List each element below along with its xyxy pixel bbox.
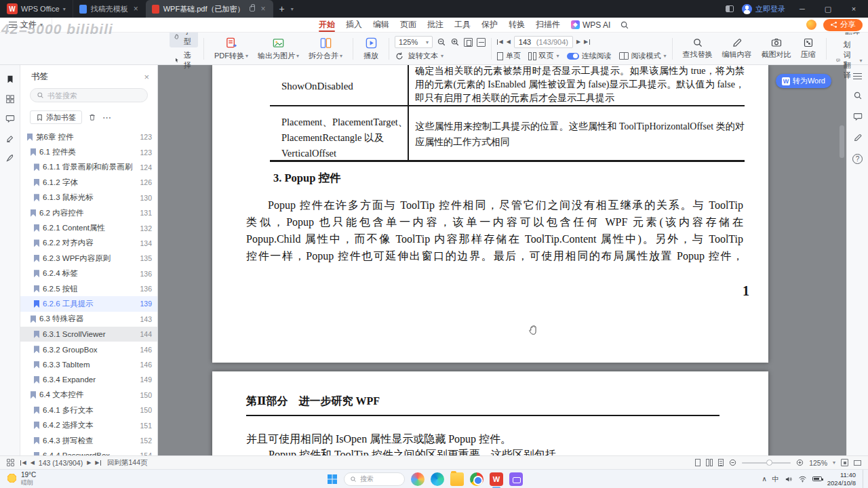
- bookmark-item-selected[interactable]: 6.2.6 工具提示139: [20, 296, 157, 311]
- minimize-button[interactable]: ─: [793, 5, 811, 13]
- comment-tool-icon[interactable]: [853, 112, 863, 121]
- continuous-toggle[interactable]: 连续阅读: [567, 51, 612, 61]
- close-panel-icon[interactable]: ×: [144, 72, 149, 82]
- show-desktop-button[interactable]: [863, 470, 864, 488]
- maximize-button[interactable]: ▢: [819, 5, 837, 14]
- bookmark-item[interactable]: 6.4.2 选择文本151: [20, 418, 157, 432]
- rotate-button[interactable]: [395, 52, 404, 61]
- bookmark-search-input[interactable]: [47, 92, 141, 100]
- comment-panel-icon[interactable]: [5, 114, 15, 123]
- more-options-icon[interactable]: ⋯: [102, 113, 112, 123]
- last-page-button[interactable]: ▶: [95, 460, 101, 466]
- annotate-tool-icon[interactable]: [853, 133, 863, 142]
- ribbon-tab-protect[interactable]: 保护: [476, 18, 503, 32]
- tab-active-doc[interactable]: WPF基础.pdf（已加密） ×: [146, 0, 273, 18]
- screenshot-compare-button[interactable]: 截图对比: [757, 37, 796, 60]
- fit-page-button[interactable]: [464, 38, 473, 47]
- single-page-view-icon[interactable]: [695, 459, 701, 466]
- fullscreen-icon[interactable]: [841, 459, 848, 466]
- zoom-in-button[interactable]: [450, 37, 460, 47]
- edit-content-button[interactable]: 编辑内容: [717, 37, 757, 60]
- search-icon[interactable]: [620, 20, 629, 30]
- clock-widget[interactable]: 11:40 2024/10/8: [827, 471, 856, 487]
- wps-ai-button[interactable]: WPS AI: [571, 20, 610, 30]
- file-explorer-icon[interactable]: [450, 472, 464, 486]
- help-icon[interactable]: ?: [852, 154, 863, 164]
- bookmark-item[interactable]: 6.2.5 按钮136: [20, 281, 157, 296]
- prev-page-button[interactable]: ◀: [507, 39, 511, 45]
- close-button[interactable]: ×: [845, 5, 863, 13]
- page-jump-box[interactable]: (143/904): [514, 36, 573, 48]
- fit-window-icon[interactable]: [854, 460, 861, 466]
- back-to-page-link[interactable]: 回到第144页: [107, 458, 148, 468]
- bookmark-item[interactable]: 6.1.1 背景画刷和前景画刷124: [20, 160, 157, 175]
- bookmark-item[interactable]: 6.3.4 Expander149: [20, 372, 157, 387]
- zoom-in-button[interactable]: [796, 459, 804, 466]
- first-page-button[interactable]: ◀: [20, 460, 26, 466]
- ribbon-tab-edit[interactable]: 编辑: [368, 18, 395, 32]
- highlighter-icon[interactable]: [5, 134, 15, 143]
- bookmark-item[interactable]: 6.3.2 GroupBox146: [20, 342, 157, 357]
- new-tab-button[interactable]: +: [273, 3, 291, 14]
- more-apps-icon[interactable]: [867, 44, 868, 53]
- wps-app-icon[interactable]: W: [490, 472, 503, 486]
- translate-word-button[interactable]: a 划词翻译 ▾: [832, 39, 867, 81]
- ime-indicator[interactable]: 中: [772, 474, 779, 484]
- pdf-convert-button[interactable]: PDF转换▾: [210, 37, 253, 61]
- zoom-select[interactable]: 125% ▾: [395, 36, 433, 48]
- delete-bookmark-icon[interactable]: [88, 113, 96, 121]
- layout-icon[interactable]: [726, 5, 734, 12]
- view-grid-icon[interactable]: [7, 459, 14, 466]
- wifi-icon[interactable]: [798, 474, 807, 483]
- thumbnail-panel-icon[interactable]: [5, 94, 15, 104]
- pdf-viewport[interactable]: W 转为Word ShowOnDisabled 确定当相关联的元素被禁用时是否显…: [158, 65, 846, 455]
- zoom-out-button[interactable]: [729, 459, 736, 466]
- convert-to-word-button[interactable]: W 转为Word: [776, 74, 831, 88]
- search-doc-icon[interactable]: [853, 91, 863, 100]
- bookmark-search-box[interactable]: [30, 88, 148, 102]
- game-app-icon[interactable]: [411, 472, 425, 486]
- add-bookmark-button[interactable]: 添加书签: [30, 110, 82, 124]
- double-page-button[interactable]: 双页 ▾: [528, 51, 559, 61]
- bookmark-item[interactable]: 6.1 控件类123: [20, 144, 157, 159]
- double-page-view-icon[interactable]: [706, 459, 713, 466]
- continuous-view-icon[interactable]: [718, 459, 724, 466]
- ribbon-tab-insert[interactable]: 插入: [340, 18, 368, 32]
- weather-widget[interactable]: 19°C 晴朗: [7, 471, 36, 486]
- bookmark-item[interactable]: 6.2.4 标签136: [20, 266, 157, 281]
- bookmark-item[interactable]: 6.1.2 字体126: [20, 175, 157, 190]
- close-tab-icon[interactable]: ×: [259, 4, 267, 14]
- bookmark-panel-icon[interactable]: [5, 75, 15, 84]
- edge-app-icon[interactable]: [431, 472, 444, 486]
- bookmark-item[interactable]: 6.3.3 TabItem146: [20, 357, 157, 372]
- first-page-button[interactable]: ◀: [497, 39, 503, 45]
- last-page-button[interactable]: ▶: [584, 39, 590, 45]
- play-button[interactable]: 播放: [359, 37, 383, 61]
- compress-button[interactable]: 压缩: [796, 37, 821, 60]
- share-button[interactable]: 分享: [823, 19, 863, 31]
- zoom-out-button[interactable]: [437, 37, 446, 47]
- bookmark-item[interactable]: 6.2.3 WPF内容原则135: [20, 251, 157, 266]
- bookmark-item[interactable]: 6.2.2 对齐内容134: [20, 236, 157, 251]
- bookmark-item[interactable]: 6.4.3 拼写检查152: [20, 433, 157, 448]
- read-mode-button[interactable]: 阅读模式 ▾: [619, 51, 667, 61]
- fit-width-button[interactable]: [477, 38, 486, 47]
- ribbon-tab-page[interactable]: 页面: [395, 18, 422, 32]
- bookmark-item[interactable]: 6.4 文本控件150: [20, 388, 157, 403]
- bookmark-item-current[interactable]: 6.3.1 ScrollViewer144: [20, 327, 157, 342]
- bookmark-item[interactable]: 6.2 内容控件131: [20, 205, 157, 220]
- next-page-button[interactable]: ▶: [87, 460, 91, 466]
- page-number-input[interactable]: [519, 38, 534, 46]
- tab-list-icon[interactable]: ▾: [291, 6, 294, 12]
- wps-home-button[interactable]: W WPS Office ▾: [0, 0, 73, 18]
- find-replace-button[interactable]: 查找替换: [678, 37, 717, 60]
- export-image-button[interactable]: 输出为图片▾: [253, 37, 304, 61]
- taskbar-search[interactable]: [344, 472, 405, 486]
- next-page-button[interactable]: ▶: [576, 39, 580, 45]
- ribbon-tab-scan[interactable]: 扫描件: [530, 18, 566, 32]
- tab-template-doc[interactable]: 找稿壳模板 ×: [73, 0, 146, 18]
- chrome-app-icon[interactable]: [470, 472, 484, 486]
- ribbon-tab-comment[interactable]: 批注: [422, 18, 449, 32]
- select-tool-button[interactable]: 选择: [170, 49, 198, 71]
- ribbon-tab-convert[interactable]: 转换: [503, 18, 530, 32]
